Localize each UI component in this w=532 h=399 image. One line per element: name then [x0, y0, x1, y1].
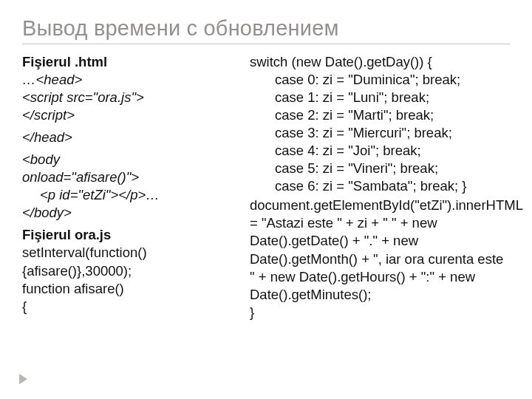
- title-rule: [22, 44, 510, 44]
- code-line: case 5: zi = "Vineri"; break;: [250, 160, 508, 177]
- code-line: case 6: zi = "Sambata"; break; }: [250, 177, 508, 195]
- code-line: case 1: zi = "Luni"; break;: [250, 89, 508, 106]
- code-line: onload="afisare()">: [22, 168, 236, 186]
- code-line: case 2: zi = "Marti"; break;: [250, 106, 508, 124]
- content-columns: Fişierul .html …<head> <script src="ora.…: [22, 53, 510, 321]
- code-line: document.getElementById("etZi").innerHTM…: [250, 197, 508, 303]
- code-line: function afisare(): [22, 280, 236, 298]
- right-column: switch (new Date().getDay()) { case 0: z…: [250, 53, 508, 321]
- ellipsis: …: [146, 187, 160, 202]
- left-column: Fişierul .html …<head> <script src="ora.…: [22, 53, 236, 321]
- code-line: case 3: zi = "Miercuri"; break;: [250, 124, 508, 142]
- slide: Вывод времени с обновлением Fişierul .ht…: [0, 0, 532, 399]
- p-tag: <p id="etZi"></p>: [22, 187, 146, 202]
- code-line: </head>: [22, 129, 236, 146]
- code-line: <body: [22, 151, 236, 168]
- code-line: </script>: [22, 106, 236, 124]
- code-line: …<head>: [22, 71, 236, 89]
- code-line: case 0: zi = "Duminica"; break;: [250, 71, 508, 89]
- code-line: }: [250, 304, 508, 321]
- code-line: <p id="etZi"></p>…: [22, 186, 236, 204]
- left-heading-js: Fişierul ora.js: [22, 226, 236, 244]
- left-heading-html: Fişierul .html: [22, 53, 236, 71]
- code-line: setInterval(function() {afisare()},30000…: [22, 244, 236, 279]
- code-line: {: [22, 298, 236, 316]
- code-line: switch (new Date().getDay()) {: [250, 53, 508, 71]
- code-line: case 4: zi = "Joi"; break;: [250, 142, 508, 160]
- head-open: <head>: [36, 72, 83, 87]
- ellipsis: …: [22, 72, 36, 87]
- slide-bullet-icon: [19, 374, 27, 384]
- code-line: </body>: [22, 204, 236, 222]
- slide-title: Вывод времени с обновлением: [22, 16, 510, 41]
- code-line: <script src="ora.js">: [22, 89, 236, 106]
